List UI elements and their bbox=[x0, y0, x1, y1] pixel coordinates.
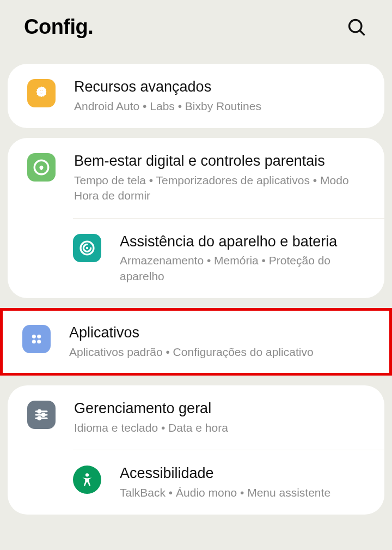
svg-point-17 bbox=[38, 417, 41, 420]
page-title: Config. bbox=[24, 15, 93, 39]
row-subtitle: Armazenamento • Memória • Proteção do ap… bbox=[120, 253, 369, 284]
apps-icon bbox=[22, 325, 51, 353]
svg-point-16 bbox=[42, 414, 45, 416]
row-subtitle: Tempo de tela • Temporizadores de aplica… bbox=[74, 173, 369, 204]
svg-point-8 bbox=[32, 335, 36, 339]
row-accessibility[interactable]: Acessibilidade TalkBack • Áudio mono • M… bbox=[73, 450, 384, 515]
svg-point-18 bbox=[85, 473, 89, 476]
highlighted-row: Aplicativos Aplicativos padrão • Configu… bbox=[0, 308, 392, 376]
wellbeing-icon bbox=[27, 153, 56, 182]
general-icon bbox=[27, 401, 56, 429]
search-button[interactable] bbox=[345, 16, 368, 39]
row-title: Acessibilidade bbox=[120, 464, 369, 483]
search-icon bbox=[347, 17, 366, 37]
device-care-icon bbox=[73, 234, 101, 262]
row-general-management[interactable]: Gerenciamento geral Idioma e teclado • D… bbox=[8, 385, 384, 450]
svg-rect-4 bbox=[41, 90, 42, 94]
header: Config. bbox=[0, 0, 392, 54]
settings-group: Bem-estar digital e controles parentais … bbox=[8, 138, 384, 298]
row-subtitle: Idioma e teclado • Data e hora bbox=[74, 420, 369, 436]
svg-point-15 bbox=[38, 410, 41, 413]
row-title: Aplicativos bbox=[69, 324, 370, 342]
svg-point-10 bbox=[32, 340, 36, 343]
settings-group: Gerenciamento geral Idioma e teclado • D… bbox=[8, 385, 384, 515]
row-title: Recursos avançados bbox=[74, 78, 369, 96]
accessibility-icon bbox=[73, 466, 101, 494]
advanced-icon bbox=[27, 79, 56, 107]
svg-point-9 bbox=[37, 335, 41, 339]
row-title: Assistência do aparelho e bateria bbox=[120, 233, 369, 251]
svg-point-11 bbox=[37, 340, 41, 343]
row-device-care[interactable]: Assistência do aparelho e bateria Armaze… bbox=[73, 218, 384, 298]
row-apps[interactable]: Aplicativos Aplicativos padrão • Configu… bbox=[3, 311, 389, 373]
row-subtitle: Android Auto • Labs • Bixby Routines bbox=[74, 99, 369, 114]
row-title: Gerenciamento geral bbox=[74, 400, 369, 418]
row-title: Bem-estar digital e controles parentais bbox=[74, 152, 369, 171]
row-digital-wellbeing[interactable]: Bem-estar digital e controles parentais … bbox=[8, 138, 384, 217]
row-subtitle: Aplicativos padrão • Configurações do ap… bbox=[69, 344, 370, 360]
settings-group: Recursos avançados Android Auto • Labs •… bbox=[8, 64, 384, 128]
row-subtitle: TalkBack • Áudio mono • Menu assistente bbox=[120, 485, 369, 500]
svg-point-7 bbox=[86, 246, 88, 249]
svg-line-1 bbox=[360, 31, 364, 35]
row-advanced-features[interactable]: Recursos avançados Android Auto • Labs •… bbox=[8, 64, 384, 128]
